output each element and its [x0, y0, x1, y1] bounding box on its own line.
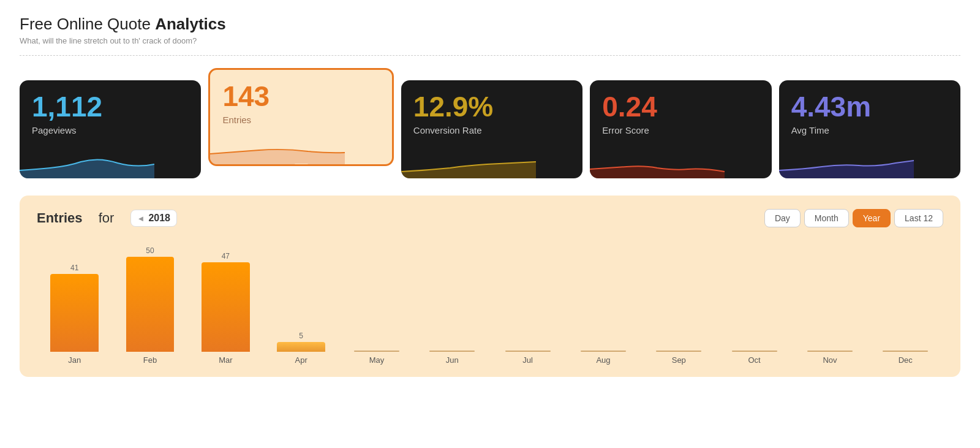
page-title: Free Online Quote Analytics [20, 15, 960, 34]
pageviews-sparkline [20, 145, 154, 178]
bar-group-may: May [339, 242, 414, 365]
bar-value-feb: 50 [146, 246, 154, 255]
bar-group-jul: Jul [490, 242, 565, 365]
bar-group-apr: 5Apr [263, 242, 339, 365]
bar-group-feb: 50Feb [112, 242, 187, 365]
header-divider [20, 55, 960, 56]
bar-label-jul: Jul [522, 355, 533, 365]
error-label: Error Score [602, 125, 759, 135]
bar-empty-line-jun [429, 351, 475, 352]
error-sparkline [590, 145, 725, 178]
bar-label-nov: Nov [823, 355, 837, 365]
avgtime-value: 4.43m [791, 91, 948, 123]
period-btn-year[interactable]: Year [853, 209, 891, 227]
avgtime-label: Avg Time [791, 125, 948, 135]
bar-label-jun: Jun [446, 355, 459, 365]
bar-label-may: May [369, 355, 385, 365]
bar-group-jan: 41Jan [37, 242, 112, 365]
bar-group-dec: Dec [868, 242, 943, 365]
title-normal: Free Online Quote [20, 15, 151, 33]
bar-group-aug: Aug [565, 242, 641, 365]
bar-label-mar: Mar [219, 355, 232, 365]
bar-group-jun: Jun [415, 242, 490, 365]
bar-group-mar: 47Mar [188, 242, 263, 365]
title-bold: Analytics [155, 15, 226, 33]
bar-value-mar: 47 [222, 252, 230, 260]
bar-jan[interactable] [50, 274, 99, 352]
period-btn-last12[interactable]: Last 12 [894, 209, 943, 227]
bar-value-jan: 41 [70, 264, 78, 272]
pageviews-label: Pageviews [32, 125, 189, 135]
bar-group-nov: Nov [792, 242, 867, 365]
bar-feb[interactable] [126, 257, 175, 352]
page-header: Free Online Quote Analytics What, will t… [20, 15, 960, 45]
bar-label-sep: Sep [672, 355, 686, 365]
bar-value-apr: 5 [299, 332, 303, 340]
year-value: 2018 [148, 213, 170, 224]
bar-chart: 41Jan50Feb47Mar5AprMayJunJulAugSepOctNov… [37, 242, 943, 365]
stat-cards-row: 1,112 Pageviews 143 Entries 12.9% Conver… [20, 68, 960, 178]
period-btn-month[interactable]: Month [804, 209, 849, 227]
conversion-sparkline [401, 145, 536, 178]
stat-card-entries[interactable]: 143 Entries [208, 68, 393, 166]
chart-header: Entries for ◄ 2018 Day Month Year Last 1… [37, 209, 943, 227]
chart-title-entries: Entries [37, 210, 83, 226]
bar-empty-line-may [354, 351, 399, 352]
year-navigator[interactable]: ◄ 2018 [130, 210, 177, 227]
conversion-label: Conversion Rate [413, 125, 570, 135]
bar-label-oct: Oct [748, 355, 761, 365]
bar-label-aug: Aug [596, 355, 610, 365]
period-btn-day[interactable]: Day [764, 209, 801, 227]
bar-empty-line-aug [581, 351, 626, 352]
conversion-value: 12.9% [413, 91, 570, 123]
bar-empty-line-jul [505, 351, 551, 352]
page-subtitle: What, will the line stretch out to th' c… [20, 36, 960, 45]
stat-card-conversion[interactable]: 12.9% Conversion Rate [401, 80, 582, 178]
pageviews-value: 1,112 [32, 91, 189, 123]
chart-section: Entries for ◄ 2018 Day Month Year Last 1… [20, 196, 960, 377]
stat-card-pageviews[interactable]: 1,112 Pageviews [20, 80, 201, 178]
bar-empty-line-nov [807, 351, 853, 352]
bar-group-sep: Sep [641, 242, 717, 365]
bar-label-feb: Feb [143, 355, 157, 365]
chart-title-for: for [99, 210, 115, 226]
bar-mar[interactable] [202, 262, 250, 352]
bar-label-jan: Jan [68, 355, 81, 365]
stat-card-error[interactable]: 0.24 Error Score [590, 80, 771, 178]
year-back-arrow[interactable]: ◄ [137, 214, 145, 223]
entries-sparkline [210, 131, 345, 164]
period-buttons-group: Day Month Year Last 12 [764, 209, 943, 227]
bar-group-oct: Oct [717, 242, 792, 365]
bar-label-apr: Apr [295, 355, 307, 365]
bar-empty-line-oct [732, 351, 777, 352]
entries-value: 143 [222, 81, 379, 112]
bar-label-dec: Dec [899, 355, 913, 365]
bar-empty-line-dec [883, 351, 928, 352]
error-value: 0.24 [602, 91, 759, 123]
bar-apr[interactable] [277, 342, 325, 352]
avgtime-sparkline [779, 145, 914, 178]
entries-label: Entries [222, 115, 379, 125]
chart-title: Entries for ◄ 2018 [37, 210, 177, 227]
stat-card-avgtime[interactable]: 4.43m Avg Time [779, 80, 960, 178]
bar-empty-line-sep [656, 351, 701, 352]
